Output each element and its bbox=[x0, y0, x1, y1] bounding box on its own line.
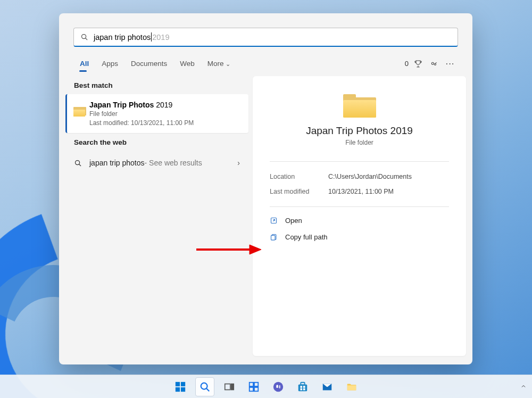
best-match-result[interactable]: Japan Trip Photos 2019 File folder Last … bbox=[65, 94, 248, 133]
file-explorer-button[interactable] bbox=[342, 377, 361, 396]
search-web-query: japan trip photos bbox=[89, 159, 145, 167]
copy-icon bbox=[270, 233, 278, 241]
chevron-up-icon bbox=[520, 383, 527, 389]
svg-point-3 bbox=[435, 63, 436, 65]
svg-line-16 bbox=[206, 388, 209, 391]
search-filter-tabs: All Apps Documents Web More⌄ 0 ··· bbox=[59, 55, 472, 72]
rewards-icon[interactable] bbox=[410, 60, 426, 68]
svg-rect-8 bbox=[271, 235, 276, 240]
open-action[interactable]: Open bbox=[270, 212, 449, 229]
folder-icon bbox=[343, 94, 376, 118]
tab-web[interactable]: Web bbox=[173, 55, 201, 72]
folder-icon bbox=[73, 107, 85, 117]
search-typed-text: japan trip photos bbox=[94, 33, 151, 42]
more-options-button[interactable]: ··· bbox=[442, 59, 458, 69]
svg-rect-13 bbox=[176, 387, 180, 391]
widgets-button[interactable] bbox=[244, 377, 263, 396]
svg-rect-17 bbox=[225, 384, 230, 389]
tab-all[interactable]: All bbox=[73, 55, 95, 72]
taskbar bbox=[0, 375, 532, 398]
task-view-button[interactable] bbox=[220, 377, 239, 396]
copy-path-action[interactable]: Copy full path bbox=[270, 229, 449, 245]
svg-rect-14 bbox=[181, 387, 185, 391]
results-column: Best match Japan Trip Photos 2019 File f… bbox=[65, 76, 248, 356]
svg-rect-25 bbox=[301, 382, 304, 385]
best-match-type: File folder bbox=[89, 110, 241, 118]
svg-point-2 bbox=[431, 62, 434, 64]
options-flyout-icon[interactable] bbox=[426, 60, 442, 68]
svg-rect-18 bbox=[231, 384, 234, 389]
svg-rect-29 bbox=[303, 388, 305, 390]
svg-rect-31 bbox=[347, 385, 356, 390]
rewards-points: 0 bbox=[405, 60, 409, 68]
best-match-title: Japan Trip Photos 2019 bbox=[89, 101, 241, 109]
search-web-result[interactable]: japan trip photos - See web results › bbox=[65, 151, 248, 175]
preview-type: File folder bbox=[270, 139, 449, 146]
svg-rect-12 bbox=[181, 382, 185, 386]
start-button[interactable] bbox=[171, 377, 190, 396]
search-icon bbox=[74, 159, 82, 167]
svg-point-15 bbox=[201, 383, 207, 389]
preview-last-modified: Last modified 10/13/2021, 11:00 PM bbox=[270, 184, 449, 199]
chat-button[interactable] bbox=[269, 377, 288, 396]
microsoft-store-button[interactable] bbox=[293, 377, 312, 396]
svg-point-0 bbox=[82, 35, 86, 39]
preview-title: Japan Trip Photos 2019 bbox=[270, 125, 449, 137]
tab-apps[interactable]: Apps bbox=[95, 55, 124, 72]
svg-point-4 bbox=[76, 160, 80, 164]
svg-rect-21 bbox=[250, 387, 253, 391]
system-tray[interactable] bbox=[520, 375, 527, 398]
preview-pane: Japan Trip Photos 2019 File folder Locat… bbox=[253, 76, 466, 356]
start-search-panel: japan trip photos 2019 All Apps Document… bbox=[59, 13, 472, 364]
divider bbox=[270, 161, 449, 162]
divider bbox=[270, 206, 449, 207]
best-match-meta: Last modified: 10/13/2021, 11:00 PM bbox=[89, 119, 241, 127]
svg-line-1 bbox=[86, 38, 87, 40]
svg-rect-20 bbox=[254, 382, 258, 386]
text-cursor bbox=[151, 32, 152, 42]
search-web-heading: Search the web bbox=[65, 133, 248, 151]
preview-location: Location C:\Users\Jordan\Documents bbox=[270, 169, 449, 184]
search-icon bbox=[80, 33, 88, 41]
search-web-suffix: - See web results bbox=[145, 159, 202, 167]
svg-rect-24 bbox=[298, 384, 307, 391]
svg-line-5 bbox=[79, 164, 81, 165]
tab-documents[interactable]: Documents bbox=[124, 55, 173, 72]
svg-rect-26 bbox=[300, 386, 302, 388]
open-icon bbox=[270, 217, 278, 225]
svg-rect-19 bbox=[250, 382, 253, 386]
svg-rect-27 bbox=[303, 386, 305, 388]
svg-rect-11 bbox=[176, 382, 180, 386]
chevron-right-icon: › bbox=[237, 159, 240, 167]
taskbar-search-button[interactable] bbox=[195, 377, 214, 396]
best-match-heading: Best match bbox=[65, 76, 248, 94]
search-suggestion-text: 2019 bbox=[152, 33, 169, 42]
svg-rect-22 bbox=[254, 387, 258, 391]
tab-more[interactable]: More⌄ bbox=[201, 55, 237, 72]
svg-rect-28 bbox=[300, 388, 302, 390]
mail-button[interactable] bbox=[318, 377, 337, 396]
search-input[interactable]: japan trip photos 2019 bbox=[73, 28, 458, 47]
